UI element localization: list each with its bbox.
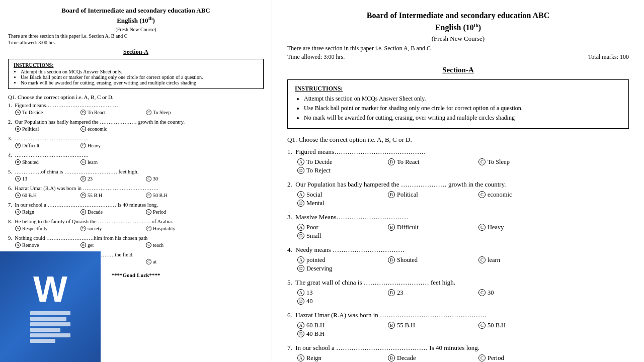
left-q3-opt-b: BDifficult — [15, 143, 80, 148]
word-w-letter: W — [33, 271, 67, 307]
q1-opt-b: BTo React — [388, 158, 478, 166]
question-2: 2. Our Population has badly hampered the… — [287, 180, 629, 208]
doc-info-time-row: Time allowed: 3:00 hrs. Total marks: 100 — [287, 53, 629, 61]
q1-opt-d: DTo Reject — [297, 167, 388, 174]
left-q6-opt-c: C50 B.H — [146, 193, 211, 198]
q5-opt-c: C30 — [478, 289, 569, 297]
right-panel: Board of Intermediate and secondary educ… — [272, 0, 644, 362]
left-question-9: 9. Nothing could ………………………him from his c… — [8, 235, 264, 248]
left-question-4: 4. …………………………………… BShouted Clearn — [8, 152, 264, 165]
q2-opt-c: Ceconomic — [478, 191, 569, 199]
left-q6-text: 6. Hazrat Umar (R.A) was born in …………………… — [8, 186, 264, 191]
q6-text: 6. Hazrat Umar (R.A) was born in …………………… — [287, 311, 629, 319]
left-q7-opt-a: AReign — [15, 209, 80, 215]
left-q7-text: 7. In our school a ………………………………… Is 40 m… — [8, 202, 264, 208]
left-q7-opt-c: CPeriod — [146, 209, 211, 215]
left-q4-opt-c: Clearn — [80, 159, 146, 165]
left-q10-opt-c: Cat — [146, 259, 211, 264]
question-1: 1. Figured means…………………………………… ATo Decid… — [287, 148, 629, 175]
q1-opt-a: ATo Decide — [297, 158, 388, 166]
question-4: 4. Needy means …………………………… Apointed BSho… — [287, 246, 629, 274]
left-q1-text: 1. Figured means…………………………………… — [8, 103, 264, 108]
question-6: 6. Hazrat Umar (R.A) was born in …………………… — [287, 311, 629, 339]
instructions-box: INSTRUCTIONS: Attempt this section on MC… — [287, 79, 629, 128]
q5-opt-a: A13 — [297, 289, 388, 297]
question-5: 5. The great wall of china is …………………………… — [287, 279, 629, 306]
left-instructions-box: INSTRUCTIONS: Attempt this section on MC… — [8, 59, 264, 89]
left-info-time: Time allowed: 3:00 hrs. — [8, 40, 264, 45]
left-q9-opt-b: Bget — [80, 242, 146, 248]
q6-opt-a: A60 B.H — [297, 322, 388, 329]
left-panel: Board of Intermediate and secondary educ… — [0, 0, 272, 362]
instruction-item-3: No mark will be awarded for cutting, era… — [304, 114, 621, 122]
left-title-line1: Board of Intermediate and secondary educ… — [8, 6, 264, 15]
left-question-3: 3. …………………………………… BDifficult CHeavy — [8, 136, 264, 149]
q4-opt-c: Clearn — [478, 256, 569, 264]
left-q3-opt-c: CHeavy — [80, 143, 146, 148]
doc-info-left: There are three section in this paper i.… — [287, 45, 431, 52]
q3-text: 3. Massive Means…………………………… — [287, 213, 629, 221]
left-q6-opt-b: B55 B.H — [80, 193, 146, 198]
left-q5-opt-b: B23 — [80, 176, 146, 182]
left-q8-opt-c: CHospitality — [146, 226, 211, 231]
left-inst-item-2: Use Black ball point or marker for shadi… — [21, 74, 258, 80]
q4-text: 4. Needy means …………………………… — [287, 246, 629, 254]
left-q8-opt-a: ARespectfully — [15, 226, 80, 231]
left-info-left: There are three section in this paper i.… — [8, 33, 264, 39]
left-q1-opt-c: CTo Sleep — [146, 110, 211, 115]
left-q2-text: 2. Our Population has badly hampered the… — [8, 119, 264, 125]
q4-opt-b: BShouted — [388, 256, 478, 264]
left-question-2: 2. Our Population has badly hampered the… — [8, 119, 264, 132]
q7-opt-a: AReign — [297, 354, 388, 362]
q2-opt-b: BPolitical — [388, 191, 478, 199]
left-q2-opt-c: Ceconomic — [80, 126, 146, 132]
left-subtitle: (Fresh New Course) — [8, 27, 264, 32]
word-line-5 — [30, 333, 70, 337]
q7-opt-c: CPeriod — [478, 354, 569, 362]
left-inst-item-3: No mark will be awarded for cutting, era… — [21, 80, 258, 85]
word-logo: W — [30, 271, 70, 343]
left-q5-opt-c: C30 — [146, 176, 211, 182]
left-q9-opt-a: ARemove — [15, 242, 80, 248]
instruction-item-1: Attempt this section on MCQs Answer Shee… — [304, 95, 621, 103]
q6-opt-b: B55 B.H — [388, 322, 478, 329]
q4-opt-a: Apointed — [297, 256, 388, 264]
q7-opt-b: BDecade — [388, 354, 478, 362]
word-line-2 — [30, 317, 66, 321]
q3-opt-b: BDifficult — [388, 224, 478, 231]
question-7: 7. In our school a …………………………………… Is 40 … — [287, 344, 629, 363]
q1-text: 1. Figured means…………………………………… — [287, 148, 629, 156]
doc-title-line1: Board of Intermediate and secondary educ… — [287, 10, 629, 21]
q4-opt-d: DDeserving — [297, 265, 388, 273]
left-question-5: 5. ……………of china is ………………………… feet high… — [8, 169, 264, 182]
doc-info-total: Total marks: 100 — [588, 53, 629, 61]
doc-info-time: Time allowed: 3:00 hrs. — [287, 53, 345, 61]
left-inst-item-1: Attempt this section on MCQs Answer Shee… — [21, 69, 258, 74]
word-line-4 — [30, 328, 60, 332]
left-q2-opt-b: BPolitical — [15, 126, 80, 132]
left-question-7: 7. In our school a ………………………………… Is 40 m… — [8, 202, 264, 215]
word-line-1 — [30, 311, 70, 315]
q2-text: 2. Our Population has badly hampered the… — [287, 180, 629, 189]
left-question-8: 8. He belong to the family of Quraish th… — [8, 219, 264, 232]
left-q9-text: 9. Nothing could ………………………him from his c… — [8, 235, 264, 241]
word-line-3 — [30, 322, 70, 326]
doc-title-line2: English (10th) — [287, 22, 629, 34]
left-q5-text: 5. ……………of china is ………………………… feet high… — [8, 169, 264, 174]
q6-opt-c: C50 B.H — [478, 322, 569, 329]
left-question-6: 6. Hazrat Umar (R.A) was born in …………………… — [8, 186, 264, 199]
q3-opt-d: DSmall — [297, 232, 388, 240]
left-q8-opt-b: Bsociety — [80, 226, 146, 231]
doc-info-row: There are three section in this paper i.… — [287, 45, 629, 52]
left-q1-opt-a: ATo Decide — [15, 110, 80, 115]
doc-subtitle: (Fresh New Course) — [287, 35, 629, 43]
q5-text: 5. The great wall of china is …………………………… — [287, 279, 629, 287]
left-q4-text: 4. …………………………………… — [8, 152, 264, 158]
word-line-6 — [30, 339, 55, 343]
word-logo-overlay: W — [0, 251, 101, 362]
left-title-line2: English (10th) — [8, 15, 264, 26]
left-q6-opt-a: A60 B.H — [15, 193, 80, 198]
left-document-content: Board of Intermediate and secondary educ… — [0, 0, 272, 284]
left-question-1: 1. Figured means…………………………………… ATo Decid… — [8, 103, 264, 116]
q6-opt-d: D40 B.H — [297, 330, 388, 338]
